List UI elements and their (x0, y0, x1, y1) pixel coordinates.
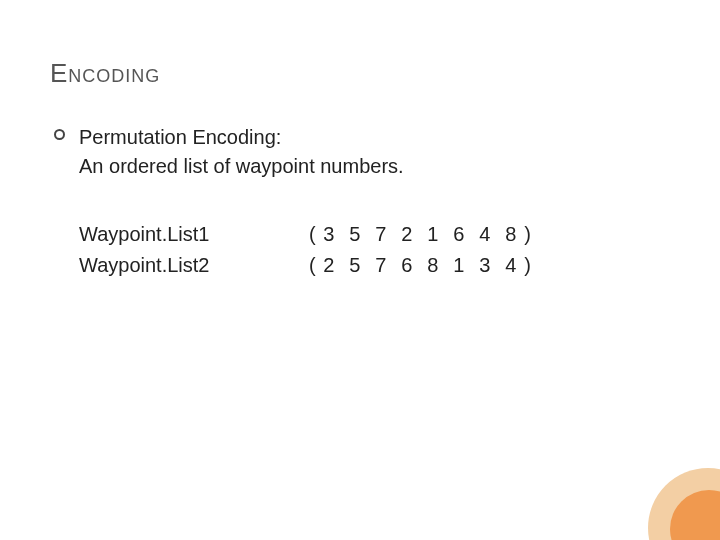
waypoint-label: Waypoint.List2 (79, 250, 309, 281)
content-area: Permutation Encoding: An ordered list of… (50, 123, 670, 281)
bullet-icon (54, 129, 65, 140)
slide: Encoding Permutation Encoding: An ordere… (0, 0, 720, 540)
bullet-heading: Permutation Encoding: (79, 123, 404, 152)
waypoint-label: Waypoint.List1 (79, 219, 309, 250)
waypoint-values: (25768134) (309, 250, 531, 281)
bullet-item: Permutation Encoding: An ordered list of… (54, 123, 670, 181)
waypoint-values: (35721648) (309, 219, 531, 250)
corner-decoration (610, 460, 720, 540)
slide-title: Encoding (50, 58, 670, 89)
bullet-text: Permutation Encoding: An ordered list of… (79, 123, 404, 181)
bullet-sub: An ordered list of waypoint numbers. (79, 152, 404, 181)
waypoint-lists: Waypoint.List1 (35721648) Waypoint.List2… (79, 219, 670, 281)
waypoint-row: Waypoint.List2 (25768134) (79, 250, 670, 281)
waypoint-row: Waypoint.List1 (35721648) (79, 219, 670, 250)
